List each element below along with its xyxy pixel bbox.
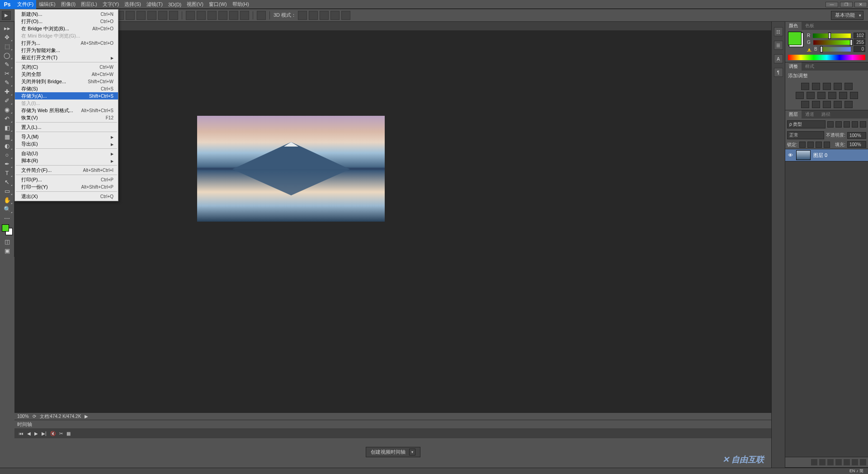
goto-first-icon[interactable]: ⏮ (19, 431, 24, 436)
menu-filter[interactable]: 滤镜(T) (144, 0, 165, 9)
align-bottom-icon[interactable] (169, 11, 178, 20)
g-value[interactable]: 255 (854, 39, 865, 45)
opacity-value[interactable]: 100% (847, 132, 866, 139)
menu-item[interactable]: 在 Bridge 中浏览(B)...Alt+Ctrl+O (15, 25, 118, 32)
menu-file[interactable]: 文件(F) (14, 0, 36, 9)
brightness-adj-icon[interactable] (801, 83, 809, 90)
shape-tool-icon[interactable]: ▭ (2, 186, 13, 195)
align-hcenter-icon[interactable] (126, 11, 135, 20)
filter-type-icon[interactable] (844, 121, 850, 128)
color-swatches[interactable] (2, 224, 13, 235)
layer-fx-icon[interactable] (819, 459, 826, 465)
styles-tab[interactable]: 样式 (802, 62, 818, 71)
create-video-timeline-button[interactable]: 创建视频时间轴 ▾ (366, 447, 420, 457)
menu-item[interactable]: 存储(S)Ctrl+S (15, 85, 118, 92)
layer-row[interactable]: 👁 图层 0 (785, 149, 868, 161)
workspace-switcher[interactable]: 基本功能 (831, 11, 863, 20)
edit-toolbar-icon[interactable]: ⋯ (2, 213, 13, 223)
g-slider[interactable] (813, 40, 851, 45)
adjustments-tab[interactable]: 调整 (785, 62, 802, 71)
create-timeline-dropdown-icon[interactable]: ▾ (409, 449, 415, 455)
menu-item[interactable]: 打印一份(Y)Alt+Shift+Ctrl+P (15, 183, 118, 190)
lock-position-icon[interactable] (816, 142, 822, 148)
brush-tool-icon[interactable]: ✐ (2, 96, 13, 105)
history-brush-tool-icon[interactable]: ↶ (2, 114, 13, 123)
crop-tool-icon[interactable]: ✂ (2, 69, 13, 78)
new-group-icon[interactable] (844, 459, 850, 465)
align-top-icon[interactable] (147, 11, 156, 20)
menu-item[interactable]: 关闭全部Alt+Ctrl+W (15, 71, 118, 78)
lock-transparent-icon[interactable] (799, 142, 806, 148)
threshold-adj-icon[interactable] (823, 101, 831, 108)
layers-tab[interactable]: 图层 (785, 110, 802, 118)
close-button[interactable]: ✕ (854, 2, 867, 7)
filter-adjust-icon[interactable] (835, 121, 842, 128)
menu-item[interactable]: 打开为...Alt+Shift+Ctrl+O (15, 39, 118, 47)
tab-toggle-icon[interactable]: ▸▸ (2, 24, 13, 33)
selectivecolor-adj-icon[interactable] (844, 101, 853, 108)
mute-icon[interactable]: 🔇 (50, 431, 56, 436)
color-tab[interactable]: 颜色 (785, 22, 802, 30)
history-panel-icon[interactable]: ☷ (774, 27, 783, 36)
lasso-tool-icon[interactable]: ◯ (2, 51, 13, 60)
screenmode-icon[interactable]: ▣ (2, 246, 13, 255)
paths-tab[interactable]: 路径 (818, 110, 834, 118)
tool-preset-icon[interactable]: ▶ (2, 11, 11, 20)
r-slider[interactable] (813, 33, 851, 38)
exposure-adj-icon[interactable] (834, 83, 842, 90)
invert-adj-icon[interactable] (801, 101, 809, 108)
quickmask-icon[interactable]: ◫ (2, 237, 13, 246)
align-right-icon[interactable] (137, 11, 146, 20)
layer-filter-kind[interactable]: ρ 类型 (787, 120, 826, 128)
menu-item[interactable]: 退出(X)Ctrl+Q (15, 193, 118, 200)
menu-item[interactable]: 自动(U) (15, 150, 118, 157)
eyedropper-tool-icon[interactable]: ✎ (2, 78, 13, 87)
link-layers-icon[interactable] (811, 459, 817, 465)
marquee-tool-icon[interactable]: ⬚ (2, 42, 13, 51)
auto-align-icon[interactable] (257, 11, 266, 20)
hue-adj-icon[interactable] (796, 92, 804, 99)
posterize-adj-icon[interactable] (812, 101, 820, 108)
new-layer-icon[interactable] (852, 459, 858, 465)
color-spectrum[interactable] (788, 55, 865, 60)
hand-tool-icon[interactable]: ✋ (2, 195, 13, 204)
menu-layer[interactable]: 图层(L) (78, 0, 99, 9)
zoom-icon[interactable]: ⟳ (33, 414, 36, 419)
swatches-tab[interactable]: 色板 (802, 22, 818, 30)
colorbalance-adj-icon[interactable] (807, 92, 815, 99)
menu-select[interactable]: 选择(S) (122, 0, 144, 9)
prev-frame-icon[interactable]: ◀ (27, 431, 31, 436)
doc-info[interactable]: 文档:474.2 K/474.2K (40, 413, 81, 420)
menu-view[interactable]: 视图(V) (184, 0, 206, 9)
3d-orbit-icon[interactable] (298, 11, 307, 20)
quick-select-tool-icon[interactable]: ✎ (2, 60, 13, 69)
menu-item[interactable]: 脚本(R) (15, 157, 118, 164)
zoom-level[interactable]: 100% (17, 414, 29, 419)
canvas-area[interactable] (14, 31, 771, 453)
curves-adj-icon[interactable] (823, 83, 831, 90)
gradient-tool-icon[interactable]: ▦ (2, 132, 13, 141)
menu-image[interactable]: 图像(I) (58, 0, 78, 9)
menu-item[interactable]: 存储为 Web 所用格式...Alt+Shift+Ctrl+S (15, 107, 118, 114)
pen-tool-icon[interactable]: ✒ (2, 159, 13, 168)
colorlookup-adj-icon[interactable] (850, 92, 858, 99)
split-icon[interactable]: ✂ (59, 431, 63, 436)
eraser-tool-icon[interactable]: ◧ (2, 123, 13, 132)
zoom-tool-icon[interactable]: 🔍 (2, 204, 13, 213)
distribute-right-icon[interactable] (240, 11, 249, 20)
layer-thumbnail[interactable] (796, 150, 811, 160)
menu-type[interactable]: 文字(Y) (100, 0, 122, 9)
distribute-bottom-icon[interactable] (208, 11, 217, 20)
menu-item[interactable]: 关闭(C)Ctrl+W (15, 63, 118, 71)
distribute-hcenter-icon[interactable] (229, 11, 238, 20)
bw-adj-icon[interactable] (817, 92, 826, 99)
menu-item[interactable]: 导入(M) (15, 133, 118, 140)
channels-tab[interactable]: 通道 (802, 110, 818, 118)
menu-item[interactable]: 导出(E) (15, 140, 118, 147)
distribute-vcenter-icon[interactable] (197, 11, 206, 20)
lang-indicator[interactable]: EN ♪ 简 (845, 468, 868, 474)
vibrance-adj-icon[interactable] (844, 83, 853, 90)
menu-item[interactable]: 最近打开文件(T) (15, 54, 118, 61)
menu-window[interactable]: 窗口(W) (206, 0, 230, 9)
filter-pixel-icon[interactable] (827, 121, 834, 128)
